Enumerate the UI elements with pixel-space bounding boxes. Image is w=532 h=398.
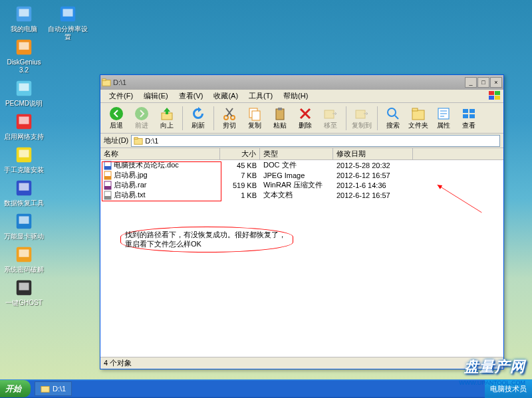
svg-rect-5 [19,84,29,91]
titlebar[interactable]: D:\1 _ □ × [100,75,503,90]
svg-rect-7 [19,117,29,124]
desktop-icon[interactable]: 数据恢复工具 [4,178,44,207]
col-name[interactable]: 名称 [100,148,220,159]
menu-item[interactable]: 查看(V) [174,91,209,101]
menu-item[interactable]: 工具(T) [243,91,278,101]
toolbar-up-button[interactable]: 向上 [155,106,179,130]
status-bar: 4 个对象 [100,357,503,369]
svg-rect-17 [19,283,29,290]
col-date[interactable]: 修改日期 [333,148,413,159]
props-icon [436,106,451,121]
desktop-icon[interactable]: 我的电脑 [4,4,44,33]
file-row[interactable]: 电脑技术员论坛.doc45 KBDOC 文件2012-5-28 20:32 [100,160,503,170]
up-icon [160,106,174,121]
copy-icon [247,106,262,121]
svg-rect-11 [19,183,29,191]
toolbar-paste-button[interactable]: 粘贴 [268,106,292,130]
address-value: D:\1 [145,137,158,145]
view-icon [462,106,476,121]
svg-rect-32 [252,111,260,120]
explorer-window: D:\1 _ □ × 文件(F)编辑(E)查看(V)收藏(A)工具(T)帮助(H… [100,74,504,369]
dg-icon [14,37,34,57]
taskbar-item[interactable]: D:\1 [35,381,72,396]
folder-icon [102,78,111,87]
menu-item[interactable]: 文件(F) [104,91,138,101]
file-row[interactable]: 启动易.txt1 KB文本文档2012-6-12 16:57 [100,190,503,200]
address-input[interactable]: D:\1 [131,135,500,147]
close-button[interactable]: × [490,77,502,88]
svg-rect-48 [104,166,111,169]
svg-point-27 [135,107,148,120]
svg-rect-13 [19,217,29,224]
back-icon [109,106,124,121]
desktop-icon[interactable]: 手工克隆安装 [4,145,44,174]
refresh-icon [191,106,205,121]
window-title: D:\1 [113,78,464,86]
maximize-button[interactable]: □ [477,77,489,88]
rar-file-icon [103,181,112,189]
desktop-icon[interactable]: 一键GHOST [4,278,44,307]
menu-item[interactable]: 编辑(E) [138,91,174,101]
file-row[interactable]: 启动易.rar519 KBWinRAR 压缩文件2012-1-6 14:36 [100,180,503,190]
menu-item[interactable]: 收藏(A) [208,91,243,101]
search-icon [386,106,400,121]
toolbar-refresh-button[interactable]: 刷新 [186,106,210,130]
column-headers: 名称 大小 类型 修改日期 [100,148,503,160]
system-tray[interactable]: 电脑技术员 [485,379,532,398]
cut-icon [222,106,237,121]
desktop-icon[interactable]: 系统密码破解 [4,245,44,274]
svg-rect-21 [102,79,106,81]
col-type[interactable]: 类型 [260,148,333,159]
svg-point-26 [110,107,123,120]
desktop-icon[interactable]: 启用网络支持 [4,112,44,141]
toolbar-cut-button[interactable]: 剪切 [217,106,241,130]
moveto-icon [323,106,338,121]
copyto-icon [354,106,369,121]
svg-rect-39 [412,108,418,111]
paste-icon [273,106,287,121]
clone-icon [14,145,34,165]
desktop-icon[interactable]: PECMD说明 [4,78,44,108]
svg-rect-1 [19,9,29,17]
toolbar-delete-button[interactable]: 删除 [293,106,317,130]
pecmd-icon [14,78,34,98]
minimize-button[interactable]: _ [465,77,477,88]
toolbar-copyto-button: 复制到 [350,106,374,130]
svg-rect-46 [134,137,138,139]
folder-icon [41,384,50,393]
display-icon [14,211,34,231]
svg-rect-25 [495,96,500,100]
toolbar-moveto-button: 移至 [319,106,342,130]
svg-rect-23 [495,91,500,95]
toolbar-view-button[interactable]: 查看 [457,106,481,130]
svg-rect-15 [19,250,29,257]
toolbar-search-button[interactable]: 搜索 [381,106,405,130]
desktop-icon[interactable]: DiskGenius 3.2 [4,37,44,74]
svg-rect-43 [463,114,468,118]
svg-rect-50 [104,176,111,179]
svg-point-37 [388,108,396,116]
svg-rect-33 [276,109,284,120]
address-label: 地址(D) [104,136,128,146]
svg-rect-24 [489,96,494,100]
start-button[interactable]: 开始 [0,380,31,397]
computer-icon [14,4,34,24]
desktop-icon[interactable]: 自动分辨率设置 [48,4,88,41]
desktop-icon[interactable]: 万能显卡驱动 [4,211,44,241]
file-list: 名称 大小 类型 修改日期 电脑技术员论坛.doc45 KBDOC 文件2012… [100,148,503,357]
toolbar-props-button[interactable]: 属性 [432,106,456,130]
svg-rect-36 [356,110,365,118]
toolbar-folders-button[interactable]: 文件夹 [406,106,430,130]
key-icon [14,245,34,264]
svg-rect-38 [412,110,424,120]
toolbar-fwd-button: 前进 [130,106,154,130]
folders-icon [411,106,426,121]
svg-rect-22 [489,91,494,95]
toolbar-back-button[interactable]: 后退 [104,106,128,130]
file-row[interactable]: 启动易.jpg7 KBJPEG Image2012-6-12 16:57 [100,170,503,180]
annotation-note: 找到的路径看下，有没恢复成功。很好都恢复了，重启看下文件怎么样OK [120,227,293,252]
toolbar-copy-button[interactable]: 复制 [243,106,267,130]
menu-item[interactable]: 帮助(H) [278,91,313,101]
svg-rect-44 [469,114,475,118]
col-size[interactable]: 大小 [220,148,260,159]
